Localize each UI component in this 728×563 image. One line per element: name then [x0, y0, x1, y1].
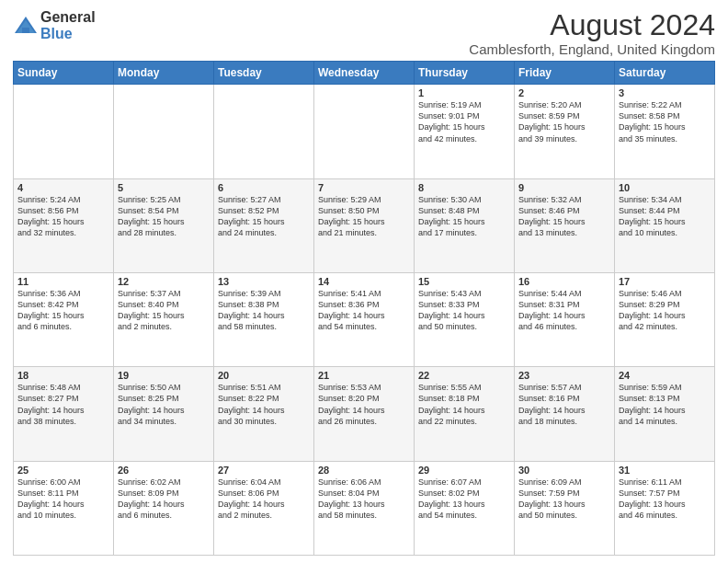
calendar-cell: 17Sunrise: 5:46 AM Sunset: 8:29 PM Dayli… — [615, 272, 715, 366]
calendar-body: 1Sunrise: 5:19 AM Sunset: 9:01 PM Daylig… — [14, 85, 715, 556]
calendar-cell — [214, 85, 314, 178]
logo-text: General Blue — [40, 9, 96, 41]
calendar-cell: 1Sunrise: 5:19 AM Sunset: 9:01 PM Daylig… — [415, 85, 515, 178]
day-number: 30 — [518, 465, 610, 476]
day-info: Sunrise: 5:59 AM Sunset: 8:13 PM Dayligh… — [619, 382, 711, 427]
day-info: Sunrise: 5:53 AM Sunset: 8:20 PM Dayligh… — [318, 382, 410, 427]
col-wednesday: Wednesday — [314, 62, 415, 85]
day-info: Sunrise: 5:24 AM Sunset: 8:56 PM Dayligh… — [17, 194, 109, 239]
calendar-header: Sunday Monday Tuesday Wednesday Thursday… — [14, 62, 715, 85]
day-number: 24 — [619, 370, 711, 381]
calendar-cell: 14Sunrise: 5:41 AM Sunset: 8:36 PM Dayli… — [314, 272, 415, 366]
day-number: 31 — [619, 465, 711, 476]
title-block: August 2024 Camblesforth, England, Unite… — [469, 9, 715, 57]
calendar-cell: 2Sunrise: 5:20 AM Sunset: 8:59 PM Daylig… — [515, 85, 615, 178]
day-info: Sunrise: 5:44 AM Sunset: 8:31 PM Dayligh… — [518, 288, 610, 333]
svg-rect-2 — [22, 28, 29, 33]
day-number: 16 — [518, 276, 610, 287]
col-monday: Monday — [114, 62, 214, 85]
day-number: 1 — [418, 87, 510, 98]
week-row-3: 11Sunrise: 5:36 AM Sunset: 8:42 PM Dayli… — [14, 272, 715, 366]
logo-blue: Blue — [40, 26, 96, 42]
calendar-cell: 3Sunrise: 5:22 AM Sunset: 8:58 PM Daylig… — [615, 85, 715, 178]
calendar-cell: 26Sunrise: 6:02 AM Sunset: 8:09 PM Dayli… — [114, 461, 214, 555]
calendar-cell — [314, 85, 415, 178]
calendar-cell: 22Sunrise: 5:55 AM Sunset: 8:18 PM Dayli… — [415, 367, 515, 461]
day-info: Sunrise: 6:04 AM Sunset: 8:06 PM Dayligh… — [218, 477, 310, 522]
col-sunday: Sunday — [14, 62, 114, 85]
calendar-cell: 19Sunrise: 5:50 AM Sunset: 8:25 PM Dayli… — [114, 367, 214, 461]
calendar-cell: 9Sunrise: 5:32 AM Sunset: 8:46 PM Daylig… — [515, 178, 615, 272]
col-tuesday: Tuesday — [214, 62, 314, 85]
day-number: 11 — [17, 276, 109, 287]
day-info: Sunrise: 5:32 AM Sunset: 8:46 PM Dayligh… — [518, 194, 610, 239]
day-info: Sunrise: 5:51 AM Sunset: 8:22 PM Dayligh… — [218, 382, 310, 427]
day-info: Sunrise: 5:29 AM Sunset: 8:50 PM Dayligh… — [318, 194, 410, 239]
col-friday: Friday — [515, 62, 615, 85]
calendar-cell: 29Sunrise: 6:07 AM Sunset: 8:02 PM Dayli… — [415, 461, 515, 555]
calendar-cell: 6Sunrise: 5:27 AM Sunset: 8:52 PM Daylig… — [214, 178, 314, 272]
day-number: 4 — [17, 182, 109, 193]
week-row-4: 18Sunrise: 5:48 AM Sunset: 8:27 PM Dayli… — [14, 367, 715, 461]
calendar-cell: 4Sunrise: 5:24 AM Sunset: 8:56 PM Daylig… — [14, 178, 114, 272]
day-number: 5 — [118, 182, 210, 193]
day-info: Sunrise: 5:48 AM Sunset: 8:27 PM Dayligh… — [17, 382, 109, 427]
day-number: 25 — [17, 465, 109, 476]
day-number: 20 — [218, 370, 310, 381]
header-row: Sunday Monday Tuesday Wednesday Thursday… — [14, 62, 715, 85]
day-number: 6 — [218, 182, 310, 193]
day-info: Sunrise: 5:43 AM Sunset: 8:33 PM Dayligh… — [418, 288, 510, 333]
calendar-table: Sunday Monday Tuesday Wednesday Thursday… — [13, 61, 715, 556]
day-info: Sunrise: 5:27 AM Sunset: 8:52 PM Dayligh… — [218, 194, 310, 239]
day-info: Sunrise: 5:46 AM Sunset: 8:29 PM Dayligh… — [619, 288, 711, 333]
day-info: Sunrise: 5:30 AM Sunset: 8:48 PM Dayligh… — [418, 194, 510, 239]
day-info: Sunrise: 5:25 AM Sunset: 8:54 PM Dayligh… — [118, 194, 210, 239]
week-row-1: 1Sunrise: 5:19 AM Sunset: 9:01 PM Daylig… — [14, 85, 715, 178]
day-info: Sunrise: 5:55 AM Sunset: 8:18 PM Dayligh… — [418, 382, 510, 427]
week-row-2: 4Sunrise: 5:24 AM Sunset: 8:56 PM Daylig… — [14, 178, 715, 272]
day-number: 27 — [218, 465, 310, 476]
day-info: Sunrise: 5:19 AM Sunset: 9:01 PM Dayligh… — [418, 99, 510, 144]
col-thursday: Thursday — [415, 62, 515, 85]
calendar-cell: 24Sunrise: 5:59 AM Sunset: 8:13 PM Dayli… — [615, 367, 715, 461]
day-number: 13 — [218, 276, 310, 287]
day-number: 3 — [619, 87, 711, 98]
day-number: 14 — [318, 276, 410, 287]
day-number: 22 — [418, 370, 510, 381]
calendar-cell: 23Sunrise: 5:57 AM Sunset: 8:16 PM Dayli… — [515, 367, 615, 461]
day-info: Sunrise: 5:20 AM Sunset: 8:59 PM Dayligh… — [518, 99, 610, 144]
day-number: 15 — [418, 276, 510, 287]
day-number: 17 — [619, 276, 711, 287]
calendar-cell: 28Sunrise: 6:06 AM Sunset: 8:04 PM Dayli… — [314, 461, 415, 555]
day-number: 7 — [318, 182, 410, 193]
calendar-cell: 5Sunrise: 5:25 AM Sunset: 8:54 PM Daylig… — [114, 178, 214, 272]
logo-general: General — [40, 9, 96, 26]
header: General Blue August 2024 Camblesforth, E… — [13, 9, 715, 57]
calendar-cell — [14, 85, 114, 178]
calendar-cell: 16Sunrise: 5:44 AM Sunset: 8:31 PM Dayli… — [515, 272, 615, 366]
col-saturday: Saturday — [615, 62, 715, 85]
day-info: Sunrise: 5:36 AM Sunset: 8:42 PM Dayligh… — [17, 288, 109, 333]
calendar-cell: 25Sunrise: 6:00 AM Sunset: 8:11 PM Dayli… — [14, 461, 114, 555]
calendar-cell: 20Sunrise: 5:51 AM Sunset: 8:22 PM Dayli… — [214, 367, 314, 461]
day-info: Sunrise: 5:22 AM Sunset: 8:58 PM Dayligh… — [619, 99, 711, 144]
day-info: Sunrise: 6:00 AM Sunset: 8:11 PM Dayligh… — [17, 477, 109, 522]
week-row-5: 25Sunrise: 6:00 AM Sunset: 8:11 PM Dayli… — [14, 461, 715, 555]
day-info: Sunrise: 5:39 AM Sunset: 8:38 PM Dayligh… — [218, 288, 310, 333]
calendar-cell: 31Sunrise: 6:11 AM Sunset: 7:57 PM Dayli… — [615, 461, 715, 555]
main-title: August 2024 — [469, 9, 715, 41]
calendar-cell: 7Sunrise: 5:29 AM Sunset: 8:50 PM Daylig… — [314, 178, 415, 272]
day-info: Sunrise: 5:37 AM Sunset: 8:40 PM Dayligh… — [118, 288, 210, 333]
logo-icon — [13, 13, 39, 39]
page: General Blue August 2024 Camblesforth, E… — [0, 0, 728, 563]
day-number: 26 — [118, 465, 210, 476]
day-number: 29 — [418, 465, 510, 476]
day-number: 9 — [518, 182, 610, 193]
calendar-cell — [114, 85, 214, 178]
day-number: 19 — [118, 370, 210, 381]
day-number: 18 — [17, 370, 109, 381]
day-info: Sunrise: 5:50 AM Sunset: 8:25 PM Dayligh… — [118, 382, 210, 427]
day-number: 12 — [118, 276, 210, 287]
calendar-cell: 12Sunrise: 5:37 AM Sunset: 8:40 PM Dayli… — [114, 272, 214, 366]
calendar-cell: 8Sunrise: 5:30 AM Sunset: 8:48 PM Daylig… — [415, 178, 515, 272]
